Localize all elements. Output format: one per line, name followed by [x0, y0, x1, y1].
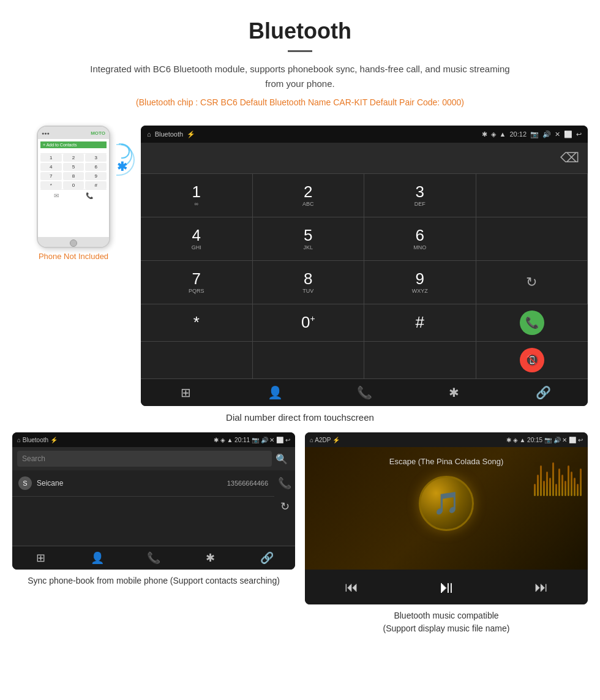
dialpad-display: ⌫ [141, 143, 588, 173]
phone-bottom [38, 237, 109, 248]
phone-dial-key: 5 [63, 163, 84, 171]
page-description: Integrated with BC6 Bluetooth module, su… [86, 62, 514, 91]
phone-dial-key: 1 [40, 154, 62, 162]
music-status-right: ✱ ◈ ▲ 20:15 📷 🔊 ✕ ⬜ ↩ [506, 437, 583, 443]
refresh-action[interactable]: ↻ [476, 261, 588, 304]
call-green-button[interactable]: 📞 [520, 310, 544, 335]
dial-caption: Dial number direct from touchscreen [0, 412, 600, 423]
pb-calls-icon[interactable]: 📞 [126, 551, 182, 565]
phonebook-right-icons: 📞 ↻ [274, 470, 295, 546]
phonebook-screen: ⌂ Bluetooth ⚡ ✱ ◈ ▲ 20:11 📷 🔊 ✕ ⬜ ↩ Sear… [12, 432, 295, 570]
dial-key-9[interactable]: 9 WXYZ [364, 261, 476, 304]
dial-key-3[interactable]: 3 DEF [364, 174, 476, 217]
phonebook-caption: Sync phone-book from mobile phone (Suppo… [28, 574, 280, 587]
music-status-bar: ⌂ A2DP ⚡ ✱ ◈ ▲ 20:15 📷 🔊 ✕ ⬜ ↩ [305, 432, 588, 447]
phone-dial-key: 7 [40, 172, 62, 180]
dial-key-0[interactable]: 0+ [253, 304, 365, 342]
pb-apps-icon[interactable]: ⊞ [12, 551, 69, 565]
usb-icon: ⚡ [187, 130, 195, 138]
title-divider [288, 50, 312, 52]
call-green-action[interactable]: 📞 [476, 304, 588, 342]
phonebook-status-bar: ⌂ Bluetooth ⚡ ✱ ◈ ▲ 20:11 📷 🔊 ✕ ⬜ ↩ [12, 432, 295, 447]
contacts-icon[interactable]: 👤 [230, 385, 320, 400]
volume-icon[interactable]: 🔊 [542, 130, 551, 138]
call-red-button[interactable]: 📵 [520, 348, 544, 372]
close-icon[interactable]: ✕ [555, 130, 560, 138]
bluetooth-bt-icon[interactable]: ✱ [409, 385, 498, 400]
back-icon[interactable]: ↩ [576, 130, 582, 138]
phone-dial-key: 4 [40, 163, 62, 171]
music-song-title: Escape (The Pina Colada Song) [389, 457, 503, 466]
pb-person-icon[interactable]: 👤 [69, 551, 125, 565]
contact-name: Seicane [37, 479, 227, 487]
pb-status-left: ⌂ Bluetooth ⚡ [17, 437, 58, 443]
page-title: Bluetooth [24, 18, 576, 44]
prev-button[interactable]: ⏮ [345, 579, 358, 595]
dial-empty-r5-2 [253, 342, 365, 378]
page-header: Bluetooth Integrated with BC6 Bluetooth … [0, 0, 600, 126]
music-controls: ⏮ ⏯ ⏭ [305, 570, 588, 604]
music-caption: Bluetooth music compatible(Support displ… [383, 609, 510, 635]
phone-top-bar: ●●● MOTO [38, 127, 109, 139]
search-icon[interactable]: 🔍 [276, 453, 288, 465]
calls-icon[interactable]: 📞 [320, 385, 409, 400]
phone-dial-key: 6 [85, 163, 107, 171]
main-section: ✱ ●●● MOTO + Add to Contacts 1 2 3 4 5 6 [0, 126, 600, 406]
dial-key-1[interactable]: 1 ∞ [141, 174, 253, 217]
phone-dial-key: 0 [63, 181, 84, 189]
contact-number: 13566664466 [227, 480, 268, 487]
phone-dial-key: 3 [85, 154, 107, 162]
dial-key-star[interactable]: * [141, 304, 253, 342]
dial-empty-r5-3 [364, 342, 476, 378]
phonebook-block: ⌂ Bluetooth ⚡ ✱ ◈ ▲ 20:11 📷 🔊 ✕ ⬜ ↩ Sear… [12, 432, 295, 635]
dial-key-4[interactable]: 4 GHI [141, 217, 253, 261]
location-icon: ◈ [491, 130, 496, 138]
bottom-screenshots: ⌂ Bluetooth ⚡ ✱ ◈ ▲ 20:11 📷 🔊 ✕ ⬜ ↩ Sear… [0, 432, 600, 635]
pb-refresh-icon[interactable]: ↻ [280, 500, 290, 513]
pb-link-icon[interactable]: 🔗 [239, 551, 295, 565]
dial-key-7[interactable]: 7 PQRS [141, 261, 253, 304]
dial-key-5[interactable]: 5 JKL [253, 217, 365, 261]
phone-dial-key: * [40, 181, 62, 189]
dial-key-2[interactable]: 2 ABC [253, 174, 365, 217]
music-status-left: ⌂ A2DP ⚡ [310, 437, 340, 443]
pb-phone-icon[interactable]: 📞 [278, 476, 291, 490]
phone-dial-key: 8 [63, 172, 84, 180]
call-red-action[interactable]: 📵 [476, 342, 588, 378]
dial-key-empty-2 [476, 217, 588, 261]
apps-icon[interactable]: ⊞ [141, 385, 230, 400]
status-right: ✱ ◈ ▲ 20:12 📷 🔊 ✕ ⬜ ↩ [482, 130, 582, 138]
backspace-button[interactable]: ⌫ [560, 150, 579, 166]
refresh-icon: ↻ [526, 274, 537, 290]
home-button [70, 239, 77, 247]
dial-key-6[interactable]: 6 MNO [364, 217, 476, 261]
phonebook-row-container: S Seicane 13566664466 📞 ↻ [12, 470, 295, 546]
phone-screen-header: + Add to Contacts [40, 141, 107, 148]
bluetooth-icon: ✱ [482, 130, 487, 138]
dial-empty-r5-1 [141, 342, 253, 378]
camera-icon[interactable]: 📷 [530, 130, 539, 138]
music-screen: ⌂ A2DP ⚡ ✱ ◈ ▲ 20:15 📷 🔊 ✕ ⬜ ↩ Escape (T… [305, 432, 588, 604]
dial-key-empty-1 [476, 174, 588, 217]
play-pause-button[interactable]: ⏯ [438, 577, 455, 597]
pb-bt-icon[interactable]: ✱ [182, 551, 238, 565]
phone-not-included-label: Phone Not Included [39, 252, 108, 261]
dial-key-hash[interactable]: # [364, 304, 476, 342]
time-display: 20:12 [509, 130, 527, 138]
contact-row[interactable]: S Seicane 13566664466 [12, 470, 274, 497]
music-note-icon: 🎵 [433, 491, 460, 516]
phone-dial-key: 2 [63, 154, 84, 162]
android-status-bar: ⌂ Bluetooth ⚡ ✱ ◈ ▲ 20:12 📷 🔊 ✕ ⬜ ↩ [141, 126, 588, 143]
next-button[interactable]: ⏭ [534, 579, 548, 595]
android-dial-screen: ⌂ Bluetooth ⚡ ✱ ◈ ▲ 20:12 📷 🔊 ✕ ⬜ ↩ ⌫ [141, 126, 588, 406]
phone-mockup: ●●● MOTO + Add to Contacts 1 2 3 4 5 6 7… [37, 126, 110, 248]
phone-container: ✱ ●●● MOTO + Add to Contacts 1 2 3 4 5 6 [12, 126, 135, 261]
window-icon[interactable]: ⬜ [564, 130, 572, 138]
phone-dialpad: 1 2 3 4 5 6 7 8 9 * 0 # [40, 154, 107, 189]
link-icon[interactable]: 🔗 [498, 385, 588, 400]
phone-screen: + Add to Contacts 1 2 3 4 5 6 7 8 9 * 0 [38, 139, 109, 237]
search-input[interactable]: Search [17, 451, 272, 467]
home-icon[interactable]: ⌂ [147, 130, 151, 138]
dial-key-8[interactable]: 8 TUV [253, 261, 365, 304]
music-album-art: 🎵 [419, 476, 474, 531]
